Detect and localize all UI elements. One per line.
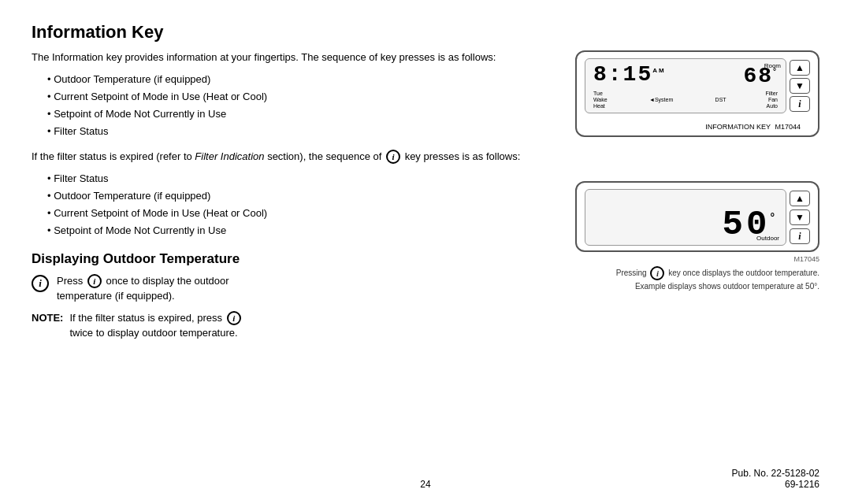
bullet-item: Current Setpoint of Mode in Use (Heat or… [47, 205, 536, 222]
thermo-screen-bottom: 50° Outdoor [585, 189, 786, 246]
page-number: 24 [420, 479, 430, 490]
thermo-model-top: M17044 [775, 123, 801, 131]
info-icon-large-1: i [32, 275, 49, 292]
thermostat-display-bottom: 50° Outdoor ▲ ▼ i [575, 181, 819, 252]
intro-text: The Information key provides information… [32, 50, 536, 65]
thermo-labels-bottom: Wake ◄System DST Fan [593, 97, 778, 102]
thermo-label-area: INFORMATION KEY M17044 [585, 113, 810, 131]
thermo-up-button-2[interactable]: ▲ [790, 191, 810, 206]
thermo-buttons-bottom: ▲ ▼ i [790, 189, 810, 246]
note-text: If the filter status is expired, press i… [69, 310, 242, 341]
thermo-up-button[interactable]: ▲ [790, 60, 810, 76]
bullet-item: Filter Status [47, 123, 536, 140]
thermo-bottom-wrapper: 50° Outdoor ▲ ▼ i M17045 Pressing i ke [575, 165, 819, 292]
thermo-outdoor-label: Outdoor [756, 235, 779, 242]
thermo-buttons-top: ▲ ▼ i [790, 58, 810, 113]
thermo-screen-top: Room 8:15AM 68° Tue Filter Wa [585, 58, 786, 113]
thermo-info-button-bottom[interactable]: i [790, 228, 810, 244]
thermo-room-label: Room [764, 62, 781, 69]
thermo-time-row: 8:15AM 68° [593, 64, 778, 88]
bullet-item: Outdoor Temperature (if equipped) [47, 71, 536, 88]
section-title-outdoor: Displaying Outdoor Temperature [32, 251, 536, 267]
bullet-list-2: Filter Status Outdoor Temperature (if eq… [47, 170, 536, 239]
thermo-model-bottom: M17045 [575, 255, 819, 263]
thermo-bottom-caption: Pressing i key once displays the outdoor… [575, 266, 819, 292]
note-row: NOTE: If the filter status is expired, p… [32, 310, 536, 341]
press-info-row: i Press i once to display the outdoor te… [32, 273, 536, 304]
info-icon-inline-2: i [87, 274, 102, 288]
thermo-info-button-top[interactable]: i [790, 96, 810, 112]
bullet-item: Current Setpoint of Mode in Use (Heat or… [47, 88, 536, 106]
bullet-item: Outdoor Temperature (if equipped) [47, 187, 536, 205]
press-text: Press i once to display the outdoor temp… [57, 273, 229, 304]
thermo-labels-top: Tue Filter [593, 91, 778, 96]
thermostat-display-top: Room 8:15AM 68° Tue Filter Wa [575, 50, 819, 137]
footer-right: Pub. No. 22-5128-02 69-1216 [732, 468, 819, 490]
thermo-labels-mode: Heat Auto [593, 103, 778, 109]
bullet-item: Setpoint of Mode Not Currently in Use [47, 222, 536, 239]
info-icon-inline: i [386, 150, 400, 164]
page-title: Information Key [32, 22, 819, 43]
bullet-list-1: Outdoor Temperature (if equipped) Curren… [47, 71, 536, 140]
info-icon-caption: i [650, 266, 664, 280]
thermo-down-button-2[interactable]: ▼ [790, 209, 810, 225]
bullet-item: Setpoint of Mode Not Currently in Use [47, 106, 536, 123]
thermo-time: 8:15AM [593, 64, 666, 86]
pub-number: Pub. No. 22-5128-02 [732, 468, 819, 479]
filter-status-text: If the filter status is expired (refer t… [32, 149, 536, 165]
left-column: The Information key provides information… [32, 50, 536, 341]
info-icon-inline-3: i [227, 311, 241, 325]
bullet-item: Filter Status [47, 170, 536, 187]
thermo-down-button[interactable]: ▼ [790, 78, 810, 94]
doc-number: 69-1216 [732, 479, 819, 490]
thermo-big-temp-row: 50° [593, 195, 778, 242]
info-key-label: INFORMATION KEY [705, 123, 771, 131]
right-column: Room 8:15AM 68° Tue Filter Wa [552, 50, 819, 341]
